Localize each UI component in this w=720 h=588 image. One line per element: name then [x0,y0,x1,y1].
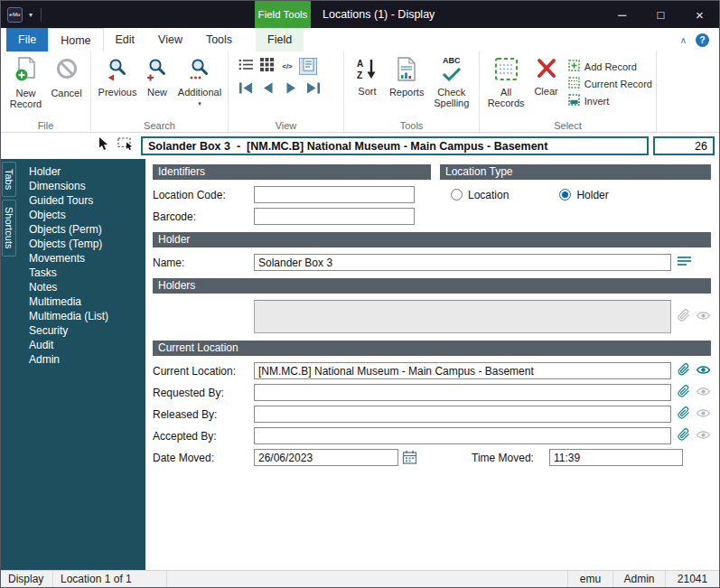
accepted-by-field[interactable] [254,427,671,444]
holders-view-icon[interactable] [697,309,710,325]
sidebar-item-notes[interactable]: Notes [17,280,145,294]
radio-holder-circle [559,189,571,201]
location-code-label: Location Code: [153,189,254,201]
tab-field[interactable]: Field [256,28,304,51]
additional-search-button[interactable]: Additional ▾ [175,54,224,117]
current-record-button[interactable]: Current Record [568,77,652,90]
requested-by-view-icon[interactable] [697,385,710,401]
released-by-label: Released By: [153,408,254,421]
calendar-icon[interactable] [402,450,417,465]
radio-location[interactable]: Location [451,189,509,201]
name-field[interactable] [254,254,671,271]
new-record-button[interactable]: New Record [5,54,46,117]
released-by-view-icon[interactable] [697,406,710,423]
field-tools-contextual-header[interactable]: Field Tools [255,1,311,28]
holders-field [254,300,671,333]
section-current-location: Current Location [153,341,711,356]
tab-file[interactable]: File [6,28,48,51]
app-icon[interactable]: eMu [7,7,23,23]
section-identifiers: Identifiers [153,164,431,180]
new-search-icon [146,57,168,84]
released-by-attach-icon[interactable] [678,406,690,423]
sidebar-item-movements[interactable]: Movements [17,251,145,266]
sidebar-item-multimedia-list[interactable]: Multimedia (List) [17,309,145,323]
previous-search-label: Previous [98,87,137,98]
quick-access-dropdown-icon[interactable]: ▾ [29,11,33,19]
vertical-tab-tabs[interactable]: Tabs [2,162,16,197]
all-records-button[interactable]: All Records [484,54,528,117]
accepted-by-attach-icon[interactable] [678,428,690,444]
sidebar-item-audit[interactable]: Audit [17,338,145,352]
location-code-field[interactable] [254,186,415,203]
reports-button[interactable]: Reports [386,54,428,117]
sidebar-item-tasks[interactable]: Tasks [17,266,145,280]
time-moved-field[interactable] [549,449,683,466]
sort-button[interactable]: AZ Sort [349,54,386,117]
cancel-button[interactable]: Cancel [46,54,87,117]
tab-tools[interactable]: Tools [194,28,244,51]
pointer-icon[interactable] [98,137,108,154]
maximize-button[interactable]: □ [641,1,680,28]
sidebar-item-admin[interactable]: Admin [17,352,145,367]
window-controls: ─ □ × [603,1,719,28]
vertical-tab-shortcuts[interactable]: Shortcuts [2,200,16,256]
sidebar-item-security[interactable]: Security [17,323,145,338]
name-label: Name: [153,257,254,269]
sidebar-item-multimedia[interactable]: Multimedia [17,294,145,309]
section-location-type: Location Type [440,164,711,180]
ribbon-tab-row: File Home Edit View Tools Field ∧ ? [1,28,719,51]
current-location-attach-icon[interactable] [678,363,690,379]
grid-view-button[interactable] [257,58,276,75]
svg-text:A: A [357,59,363,69]
page-view-button[interactable] [299,58,317,75]
tab-view[interactable]: View [146,28,194,51]
radio-holder[interactable]: Holder [559,189,608,201]
sidebar-item-holder[interactable]: Holder [17,164,145,179]
clear-icon [536,57,557,83]
code-view-button[interactable]: </> [278,58,296,75]
sidebar-item-objects-perm[interactable]: Objects (Perm) [17,222,145,237]
status-position: Location 1 of 1 [53,571,167,587]
sidebar-item-objects-temp[interactable]: Objects (Temp) [17,237,145,251]
requested-by-attach-icon[interactable] [678,385,690,401]
grid-view-icon [260,58,274,75]
barcode-field[interactable] [254,208,415,225]
sidebar-item-guided-tours[interactable]: Guided Tours [17,193,145,208]
new-search-button[interactable]: New [139,54,175,117]
clear-button[interactable]: Clear [528,54,565,117]
cancel-icon [55,57,79,85]
current-location-view-icon[interactable] [697,363,710,379]
close-button[interactable]: × [680,1,719,28]
clear-label: Clear [534,86,557,98]
add-record-button[interactable]: Add Record [568,60,652,73]
justify-text-icon[interactable] [678,255,691,271]
minimize-button[interactable]: ─ [603,1,641,28]
requested-by-field[interactable] [254,384,671,401]
select-region-icon[interactable] [117,137,134,154]
radio-holder-label: Holder [576,189,608,201]
tab-edit[interactable]: Edit [104,28,147,51]
sidebar-item-objects[interactable]: Objects [17,208,145,222]
first-record-icon [238,81,253,98]
list-view-button[interactable] [237,58,255,75]
window-title: Locations (1) - Display [323,1,435,28]
help-icon[interactable]: ? [696,33,709,47]
first-record-button[interactable] [237,82,255,97]
accepted-by-view-icon[interactable] [697,428,710,444]
page-view-icon [303,58,314,75]
holders-attach-icon[interactable] [678,309,690,325]
date-moved-field[interactable] [254,449,398,466]
last-record-button[interactable] [304,82,323,97]
next-record-button[interactable] [282,82,300,97]
check-spelling-button[interactable]: ABC Check Spelling [428,54,476,117]
collapse-ribbon-icon[interactable]: ∧ [680,35,687,45]
current-location-field[interactable] [254,362,671,379]
previous-search-button[interactable]: Previous [96,54,139,117]
tab-home[interactable]: Home [48,28,103,51]
new-record-label: New Record [5,88,46,110]
sidebar-item-dimensions[interactable]: Dimensions [17,179,145,193]
previous-record-button[interactable] [259,82,277,97]
invert-button[interactable]: Invert [568,94,652,107]
released-by-field[interactable] [254,406,671,423]
last-record-icon [306,81,321,98]
